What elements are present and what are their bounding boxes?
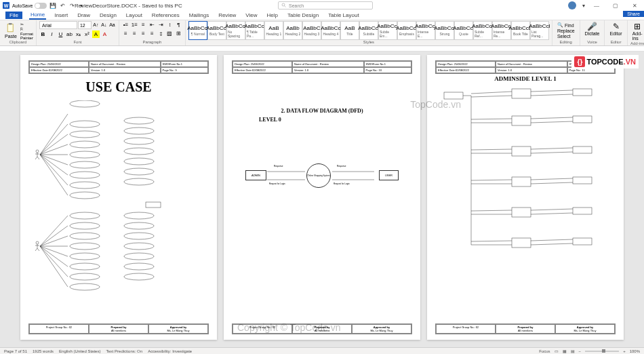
strike-button[interactable]: ab — [66, 31, 73, 38]
text-predictions[interactable]: Text Predictions: On — [106, 349, 142, 353]
page-3[interactable]: Design Plan: 25/06/2022 Effective Date:0… — [427, 55, 624, 340]
tab-references[interactable]: References — [150, 12, 181, 19]
decrease-font-icon[interactable]: A↓ — [100, 21, 108, 28]
increase-indent-icon[interactable]: ⇥ — [157, 21, 165, 28]
accessibility-check[interactable]: Accessibility: Investigate — [148, 349, 192, 353]
highlight-button[interactable]: A — [92, 31, 100, 38]
style-item[interactable]: AaBbCcIStrong — [435, 21, 454, 40]
paste-button[interactable]: Paste — [3, 22, 19, 39]
tab-view[interactable]: View — [244, 12, 258, 19]
tab-table-layout[interactable]: Table Layout — [327, 12, 360, 19]
minimize-button[interactable]: — — [587, 0, 606, 11]
style-item[interactable]: AaBbCcIQuote — [454, 21, 473, 40]
user-avatar[interactable] — [568, 1, 576, 9]
tab-home[interactable]: Home — [29, 11, 46, 20]
replace-button[interactable]: Replace — [557, 28, 575, 33]
subscript-button[interactable]: x₂ — [75, 31, 82, 38]
horizontal-ruler[interactable] — [0, 46, 644, 52]
web-layout-icon[interactable]: ▤ — [571, 349, 575, 353]
print-layout-icon[interactable]: ▦ — [563, 349, 567, 353]
word-count[interactable]: 1925 words — [33, 349, 54, 353]
tab-insert[interactable]: Insert — [53, 12, 69, 19]
style-item[interactable]: AaBbCcISubtitle — [359, 21, 378, 40]
save-icon[interactable]: 💾 — [49, 2, 56, 9]
toggle-switch-icon[interactable] — [35, 3, 47, 9]
style-item[interactable]: AaBbCcHeading 4 — [321, 21, 340, 40]
close-button[interactable]: ✕ — [625, 0, 644, 11]
sort-icon[interactable]: ↕ — [166, 21, 174, 28]
tab-table-design[interactable]: Table Design — [286, 12, 320, 19]
increase-font-icon[interactable]: A↑ — [92, 21, 100, 28]
search-input[interactable]: Search — [278, 1, 373, 9]
format-painter-button[interactable]: Format Painter — [20, 32, 33, 40]
ribbon-display-icon[interactable]: ▾ — [580, 2, 587, 9]
style-item[interactable]: AaBbCcI¶ Normal — [188, 21, 207, 40]
font-color-button[interactable]: A — [101, 31, 108, 38]
style-item[interactable]: AaBTitle — [340, 21, 359, 40]
svg-line-23 — [40, 216, 68, 246]
tab-draw[interactable]: Draw — [76, 12, 92, 19]
zoom-in-icon[interactable]: + — [623, 349, 626, 353]
line-spacing-icon[interactable]: ‡ — [157, 30, 165, 37]
style-item[interactable]: AaBbCHeading 3 — [302, 21, 321, 40]
maximize-button[interactable]: ▢ — [606, 0, 625, 11]
zoom-slider[interactable] — [585, 351, 619, 352]
style-item[interactable]: AaBHeading 1 — [264, 21, 283, 40]
editor-button[interactable]: ✎ Editor — [607, 21, 624, 37]
tab-design[interactable]: Design — [98, 12, 118, 19]
zoom-level[interactable]: 100% — [630, 349, 640, 353]
bold-button[interactable]: B — [39, 31, 47, 38]
show-marks-icon[interactable]: ¶ — [175, 21, 182, 28]
style-item[interactable]: AaBbCcIEmphasis — [397, 21, 416, 40]
share-button[interactable]: Share — [623, 11, 644, 17]
italic-button[interactable]: I — [48, 31, 56, 38]
style-item[interactable]: AaBbCcINo Spacing — [226, 21, 245, 40]
addins-button[interactable]: ⊞ Add-ins — [630, 21, 644, 41]
borders-icon[interactable]: ⊞ — [175, 30, 182, 37]
language-indicator[interactable]: English (United States) — [59, 349, 100, 353]
style-item[interactable]: AaBbCcIList Parag... — [530, 21, 549, 40]
tab-help[interactable]: Help — [266, 12, 279, 19]
multilevel-icon[interactable]: ≡ — [140, 21, 147, 28]
tab-file[interactable]: File — [5, 12, 22, 19]
change-case-icon[interactable]: Aa — [108, 21, 116, 28]
undo-icon[interactable]: ↶ — [59, 2, 66, 9]
page-1[interactable]: Design Plan: 25/06/2022 Effective Date:0… — [20, 55, 217, 340]
justify-icon[interactable]: ≡ — [148, 30, 156, 37]
style-item[interactable]: AaBbCcIIntense E... — [416, 21, 435, 40]
focus-mode[interactable]: Focus — [539, 349, 550, 353]
style-item[interactable]: AaBbCcISubtle Em... — [378, 21, 397, 40]
zoom-out-icon[interactable]: − — [579, 349, 582, 353]
align-left-icon[interactable]: ≡ — [122, 30, 129, 37]
autosave-toggle[interactable]: AutoSave — [12, 3, 47, 9]
styles-gallery[interactable]: AaBbCcI¶ NormalAaBbCcIBody TextAaBbCcINo… — [188, 21, 549, 40]
read-mode-icon[interactable]: ▭ — [555, 349, 559, 353]
style-item[interactable]: AaBbCcIBody Text — [207, 21, 226, 40]
copy-button[interactable]: ⎘ — [20, 27, 33, 31]
tab-mailings[interactable]: Mailings — [188, 12, 210, 19]
font-size-selector[interactable]: 12 — [78, 21, 92, 29]
page-indicator[interactable]: Page 7 of 51 — [4, 349, 27, 353]
cut-button[interactable]: ✂ — [20, 22, 33, 26]
tab-layout[interactable]: Layout — [125, 12, 144, 19]
dictate-button[interactable]: 🎤 Dictate — [583, 21, 602, 37]
shading-icon[interactable]: ▨ — [166, 30, 174, 37]
align-center-icon[interactable]: ≡ — [131, 30, 138, 37]
font-family-selector[interactable]: Arial — [39, 21, 77, 29]
numbering-icon[interactable]: 1≡ — [131, 21, 138, 28]
style-item[interactable]: AaBbCcDBook Title — [511, 21, 530, 40]
underline-button[interactable]: U — [57, 31, 64, 38]
tab-review[interactable]: Review — [217, 12, 237, 19]
decrease-indent-icon[interactable]: ⇤ — [148, 21, 156, 28]
style-item[interactable]: AaBbCcISubtle Ref... — [473, 21, 492, 40]
find-button[interactable]: 🔍 Find — [557, 22, 575, 28]
style-item[interactable]: AaBbHeading 2 — [283, 21, 302, 40]
page-2[interactable]: Design Plan: 25/06/2022 Effective Date:0… — [224, 55, 420, 340]
select-button[interactable]: Select — [557, 34, 575, 39]
svg-point-60 — [124, 263, 154, 270]
document-canvas[interactable]: {} TOPCODE.VN Design Plan: 25/06/2022 Ef… — [0, 52, 644, 347]
align-right-icon[interactable]: ≡ — [140, 30, 147, 37]
bullets-icon[interactable]: •≡ — [122, 21, 129, 28]
style-item[interactable]: AaBbCcI¶ Table Pa... — [245, 21, 264, 40]
superscript-button[interactable]: x² — [83, 31, 91, 38]
